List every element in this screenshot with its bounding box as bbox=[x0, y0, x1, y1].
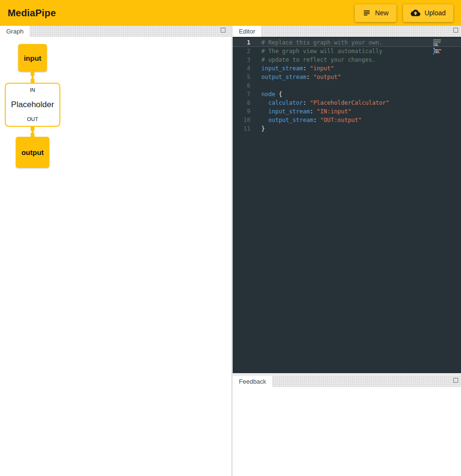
line-number: 8 bbox=[233, 99, 250, 107]
graph-canvas[interactable]: input IN Placeholder OUT output bbox=[0, 37, 231, 476]
minimap[interactable] bbox=[433, 39, 451, 55]
code-lines: 1# Replace this graph with your own.2# T… bbox=[233, 38, 461, 133]
header-actions: New Upload bbox=[355, 4, 456, 22]
line-number: 5 bbox=[233, 73, 250, 81]
upload-button-label: Upload bbox=[425, 9, 446, 17]
code-line-text: input_stream: "input" bbox=[250, 64, 334, 73]
tab-feedback[interactable]: Feedback bbox=[233, 376, 273, 387]
port-out-label: OUT bbox=[27, 116, 38, 122]
edge-input-to-placeholder bbox=[32, 73, 34, 82]
code-line[interactable]: 3# update to reflect your changes. bbox=[233, 55, 461, 64]
feedback-tabstrip: Feedback bbox=[233, 376, 461, 387]
code-line-text: node { bbox=[250, 90, 282, 99]
upload-button[interactable]: Upload bbox=[403, 4, 453, 22]
expand-icon-graph[interactable] bbox=[221, 28, 225, 33]
code-line[interactable]: 6 bbox=[233, 81, 461, 90]
expand-icon-feedback[interactable] bbox=[453, 378, 458, 383]
code-line-text: input_stream: "IN:input" bbox=[250, 107, 351, 116]
line-number: 10 bbox=[233, 116, 250, 124]
line-number: 6 bbox=[233, 81, 250, 90]
cloud-upload-icon bbox=[411, 8, 420, 18]
code-line-text: } bbox=[250, 124, 265, 133]
line-number: 2 bbox=[233, 47, 250, 55]
code-line-text: # The graph view will automatically bbox=[250, 47, 382, 55]
edge-placeholder-to-output bbox=[32, 128, 34, 136]
feedback-content bbox=[233, 387, 461, 476]
code-line[interactable]: 8 calculator: "PlaceholderCalculator" bbox=[233, 99, 461, 107]
placeholder-node-title: Placeholder bbox=[11, 100, 54, 110]
code-editor[interactable]: 1# Replace this graph with your own.2# T… bbox=[233, 37, 461, 373]
tab-editor[interactable]: Editor bbox=[233, 26, 262, 37]
editor-panel: Editor 1# Replace this graph with your o… bbox=[233, 26, 461, 373]
main-area: Graph input IN Placeholder OUT output Ed… bbox=[0, 26, 461, 476]
menu-lines-icon bbox=[362, 9, 371, 17]
graph-node-placeholder[interactable]: IN Placeholder OUT bbox=[5, 83, 60, 127]
line-number: 1 bbox=[233, 38, 250, 47]
code-line[interactable]: 11} bbox=[233, 124, 461, 133]
code-line[interactable]: 4input_stream: "input" bbox=[233, 64, 461, 73]
new-button[interactable]: New bbox=[355, 4, 396, 22]
new-button-label: New bbox=[375, 9, 389, 17]
code-line-text: calculator: "PlaceholderCalculator" bbox=[250, 99, 389, 107]
code-line[interactable]: 10 output_stream: "OUT:output" bbox=[233, 116, 461, 124]
tab-graph[interactable]: Graph bbox=[0, 26, 30, 37]
code-line[interactable]: 1# Replace this graph with your own. bbox=[233, 38, 461, 47]
expand-icon-editor[interactable] bbox=[453, 28, 458, 33]
right-column: Editor 1# Replace this graph with your o… bbox=[233, 26, 461, 476]
app-title: MediaPipe bbox=[8, 8, 56, 19]
code-line-text: # Replace this graph with your own. bbox=[250, 38, 382, 47]
code-line-text: output_stream: "output" bbox=[250, 73, 341, 81]
graph-node-input[interactable]: input bbox=[18, 44, 47, 72]
code-line[interactable]: 2# The graph view will automatically bbox=[233, 47, 461, 55]
line-number: 4 bbox=[233, 64, 250, 73]
line-number: 7 bbox=[233, 90, 250, 99]
line-number: 3 bbox=[233, 55, 250, 64]
port-in-label: IN bbox=[30, 87, 35, 93]
code-line[interactable]: 5output_stream: "output" bbox=[233, 73, 461, 81]
code-line-text bbox=[250, 81, 261, 90]
line-number: 11 bbox=[233, 124, 250, 133]
editor-tabstrip: Editor bbox=[233, 26, 461, 37]
code-line-text: output_stream: "OUT:output" bbox=[250, 116, 362, 124]
graph-panel: Graph input IN Placeholder OUT output bbox=[0, 26, 231, 476]
graph-tabstrip: Graph bbox=[0, 26, 231, 37]
line-number: 9 bbox=[233, 107, 250, 116]
code-line[interactable]: 9 input_stream: "IN:input" bbox=[233, 107, 461, 116]
header: MediaPipe New Upload bbox=[0, 0, 461, 26]
code-line-text: # update to reflect your changes. bbox=[250, 55, 375, 64]
feedback-panel: Feedback bbox=[233, 376, 461, 476]
graph-node-output[interactable]: output bbox=[16, 137, 49, 168]
code-line[interactable]: 7node { bbox=[233, 90, 461, 99]
